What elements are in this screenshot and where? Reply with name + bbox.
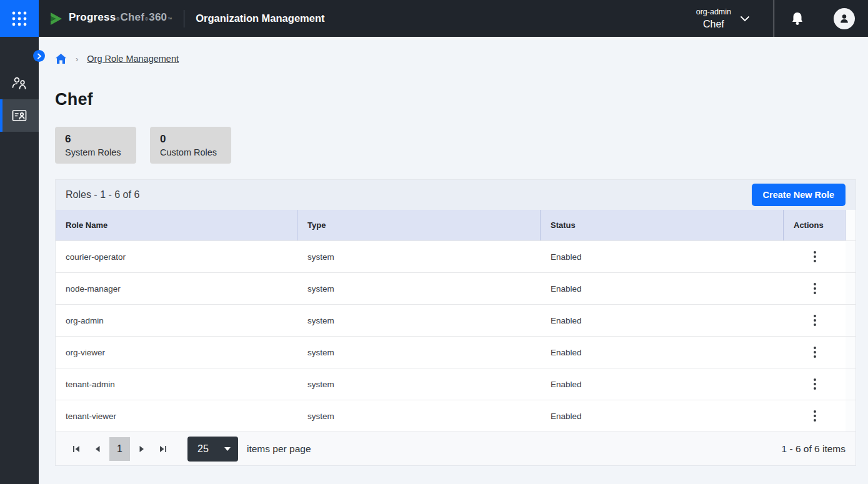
cell-role-name: org-viewer [56,337,297,368]
progress-logo-icon [49,11,64,26]
cell-type: system [297,273,541,304]
items-per-page-label: items per page [247,443,311,455]
first-page-icon [72,445,81,453]
app-launcher-button[interactable] [0,0,39,37]
grid-scroll-gutter [846,273,856,304]
notifications-button[interactable] [774,0,821,37]
last-page-icon [159,445,167,453]
stats-row: 6 System Roles 0 Custom Roles [55,127,868,164]
page-size-dropdown[interactable]: 25 [187,437,238,462]
row-actions-menu-button[interactable] [807,407,822,425]
row-actions-menu-button[interactable] [807,247,822,266]
cell-status: Enabled [541,305,784,336]
cell-type: system [297,400,541,432]
row-actions-menu-button[interactable] [807,311,822,330]
kebab-menu-icon [814,410,816,422]
table-row: org-admin system Enabled [56,304,856,336]
pager-last-page-button[interactable] [152,437,174,461]
cell-actions [784,305,846,336]
cell-actions [784,241,846,272]
grid-scroll-gutter [846,241,856,272]
cell-role-name: tenant-viewer [56,400,297,432]
grid-pager: 1 25 items per page [56,432,856,465]
cell-role-name: org-admin [56,305,297,336]
roles-grid: Roles - 1 - 6 of 6 Create New Role Role … [55,179,856,466]
chevron-down-icon [740,16,750,22]
pager-page-1-button[interactable]: 1 [109,437,130,461]
grid-scroll-gutter [846,305,856,336]
kebab-menu-icon [814,251,816,262]
cell-status: Enabled [541,400,784,432]
pager-first-page-button[interactable] [66,437,87,461]
grid-toolbar: Roles - 1 - 6 of 6 Create New Role [56,180,856,210]
stat-value: 0 [160,133,221,146]
pager-next-page-button[interactable] [131,437,152,461]
cell-actions [784,337,846,368]
cell-type: system [297,241,541,272]
breadcrumb-home-link[interactable] [55,53,67,64]
grid-title: Roles - 1 - 6 of 6 [66,189,139,200]
topbar-divider [184,10,184,27]
cell-type: system [297,305,541,336]
org-switcher[interactable]: org-admin Chef [690,5,756,32]
stat-label: Custom Roles [160,147,221,157]
row-actions-menu-button[interactable] [807,343,822,362]
person-icon [839,13,850,24]
cell-role-name: courier-operator [56,241,297,272]
cell-type: system [297,368,541,400]
kebab-menu-icon [814,378,816,390]
page-title: Chef [55,90,868,109]
grid-header-row: Role Name Type Status Actions [56,210,856,240]
sidebar-item-users[interactable] [0,67,39,99]
dropdown-caret-icon [224,447,231,451]
brand-360-text: 360 [149,11,167,24]
grid-scroll-gutter [846,210,856,240]
stat-label: System Roles [65,147,126,157]
cell-actions [784,368,846,400]
brand-logo: Progress® Chef® 360™ [49,11,172,26]
app-root: Progress® Chef® 360™ Organization Manage… [0,0,868,484]
cell-role-name: node-manager [56,273,297,304]
waffle-grid-icon [11,11,27,27]
grid-scroll-gutter [846,337,856,368]
breadcrumb-separator-icon: › [76,54,78,64]
column-header-type: Type [297,210,541,240]
sidebar-expand-button[interactable] [33,50,45,62]
breadcrumb-current-link[interactable]: Org Role Management [87,54,179,64]
row-actions-menu-button[interactable] [807,279,822,298]
home-icon [55,53,67,64]
pager-summary: 1 - 6 of 6 items [781,443,846,455]
grid-scroll-gutter [846,368,856,400]
user-menu-button[interactable] [821,0,868,37]
org-role-label: org-admin [696,7,731,16]
bell-icon [791,11,804,26]
sidebar-item-org-roles[interactable] [0,99,39,132]
main-content: › Org Role Management Chef 6 System Role… [39,37,868,484]
table-row: courier-operator system Enabled [56,240,856,272]
org-switcher-texts: org-admin Chef [696,7,731,30]
role-badge-icon [11,109,27,122]
create-new-role-button[interactable]: Create New Role [752,184,846,206]
stat-value: 6 [65,133,126,146]
org-name-label: Chef [696,19,731,30]
stat-card-custom-roles: 0 Custom Roles [150,127,231,164]
stat-card-system-roles: 6 System Roles [55,127,136,164]
brand-reg-mark: ® [145,17,148,21]
chevron-right-icon [37,53,42,59]
brand-chef-text: Chef [120,11,144,24]
breadcrumb: › Org Role Management [55,51,868,67]
users-icon [11,76,27,91]
brand-tm-mark: ™ [167,17,172,21]
cell-role-name: tenant-admin [56,368,297,400]
sidebar [0,37,39,484]
column-header-status: Status [541,210,784,240]
avatar [834,8,855,29]
cell-status: Enabled [541,368,784,400]
row-actions-menu-button[interactable] [807,375,822,393]
table-row: tenant-admin system Enabled [56,368,856,400]
app-title: Organization Management [196,12,324,24]
cell-status: Enabled [541,273,784,304]
pager-prev-page-button[interactable] [87,437,108,461]
top-bar: Progress® Chef® 360™ Organization Manage… [0,0,868,37]
brand-reg-mark: ® [116,17,119,21]
